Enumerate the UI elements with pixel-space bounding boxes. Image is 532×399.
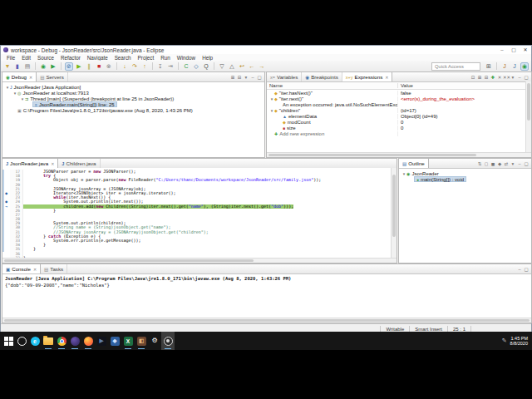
close-button[interactable]: ✕ [520, 46, 531, 54]
edge-icon[interactable]: e [28, 332, 42, 350]
start-button[interactable] [2, 332, 15, 350]
menu-file[interactable]: File [3, 55, 18, 61]
view-menu-icon[interactable]: ▾ [510, 75, 516, 80]
settings-gear-icon[interactable]: ⚙ [148, 332, 161, 350]
javaee-perspective-icon[interactable]: J [500, 62, 509, 71]
hide-fields-icon[interactable]: ◻ [483, 161, 490, 166]
back-icon[interactable]: ← [248, 62, 256, 71]
tab-servers[interactable]: ▤ Servers [37, 72, 68, 81]
hide-static-members-icon[interactable]: ◼ [490, 161, 496, 166]
step-into-icon[interactable]: ↓ [121, 62, 129, 71]
close-tab-icon[interactable]: ✕ [51, 161, 54, 166]
expression-row[interactable]: ◆modCount0 [267, 119, 531, 125]
tab-tasks[interactable]: ▤ Tasks [41, 264, 67, 273]
close-tab-icon[interactable]: ✕ [385, 75, 388, 80]
menu-navigate[interactable]: Navigate [84, 55, 111, 61]
expression-row[interactable]: An exception occurred: java.util.NoSuchE… [267, 101, 531, 107]
forward-icon[interactable]: → [258, 62, 266, 71]
eclipse-icon[interactable] [68, 332, 81, 350]
close-tab-icon[interactable]: ✕ [29, 75, 32, 80]
expressions-vertical-scrollbar[interactable] [525, 81, 531, 152]
expression-row[interactable]: ▾◆"children"(id=17) [267, 107, 531, 113]
suspend-icon[interactable]: ∥ [85, 62, 93, 71]
debug-tree-row[interactable]: ▾⇉Thread [main] (Suspended (breakpoint a… [2, 96, 264, 101]
maximize-icon[interactable]: ▢ [523, 75, 530, 80]
expression-row[interactable]: ◆"iter.hasNext()"false [267, 90, 531, 96]
editor-vertical-scrollbar[interactable] [391, 168, 397, 258]
minimize-button[interactable]: – [496, 46, 508, 54]
tab-debug[interactable]: ◉ Debug ✕ [2, 72, 37, 81]
minimize-icon[interactable]: – [249, 75, 256, 80]
save-icon[interactable]: ▮ [13, 62, 22, 71]
expression-row[interactable]: ■size0 [267, 125, 531, 131]
obs-icon[interactable] [161, 332, 175, 350]
chrome-icon[interactable] [55, 332, 68, 350]
use-step-filters-icon[interactable]: ⇥ [166, 62, 175, 71]
remove-expression-icon[interactable]: ✕ [496, 75, 503, 80]
expression-row[interactable]: ▲elementDataObject[0] (id=49) [267, 113, 531, 119]
console-output[interactable]: {"dob":"09-09-2008","name":"Nicholas"} [2, 281, 531, 288]
editor-horizontal-scrollbar[interactable] [2, 258, 397, 263]
expressions-horizontal-scrollbar[interactable] [267, 152, 531, 157]
open-perspective-icon[interactable]: ⊞ [485, 62, 493, 71]
view-menu-icon[interactable]: ▾ [243, 75, 249, 80]
view-menu-icon[interactable]: ▾ [510, 161, 516, 166]
debug-icon[interactable]: ◉ [39, 62, 47, 71]
console-horizontal-scrollbar[interactable] [2, 318, 531, 323]
view-layout-icon[interactable]: ⊞ [229, 75, 236, 80]
column-name[interactable]: Name [267, 83, 398, 88]
search-icon[interactable]: Q [202, 62, 210, 71]
expression-row[interactable]: ✚Add new expression [267, 131, 531, 136]
link-with-editor-icon[interactable]: ⇄ [503, 161, 510, 166]
resume-icon[interactable]: ▶ [75, 62, 83, 71]
maximize-icon[interactable]: ▢ [523, 267, 530, 272]
menu-project[interactable]: Project [135, 55, 158, 61]
next-annotation-icon[interactable]: ▽ [218, 62, 226, 71]
debug-tree-row[interactable]: ≡JsonReader.main(String[]) line: 25 [2, 101, 264, 107]
tab-breakpoints[interactable]: ◉ Breakpoints [302, 72, 342, 81]
tab-variables[interactable]: x= Variables [267, 72, 302, 81]
open-type-icon[interactable]: ◇ [192, 62, 200, 71]
expression-row[interactable]: ▾◆"iter.next()"<error(s)_during_the_eval… [267, 96, 531, 101]
collapse-all-icon[interactable]: ⊟ [236, 75, 243, 80]
tab-expressions[interactable]: x+y Expressions ✕ [342, 72, 393, 81]
disconnect-icon[interactable]: ⊗ [105, 62, 113, 71]
debug-tree-row[interactable]: ▣C:\Program Files\Java\jre1.8.0_171\bin\… [2, 107, 264, 113]
maximize-icon[interactable]: ▢ [256, 75, 263, 80]
remove-all-expressions-icon[interactable]: ✕✕ [503, 75, 510, 80]
media-app-icon[interactable]: ◧ [135, 332, 148, 350]
hide-non-public-icon[interactable]: ◆ [496, 161, 503, 166]
tab-outline[interactable]: ▤ Outline [399, 159, 429, 168]
minimize-icon[interactable]: – [516, 267, 523, 272]
run-icon[interactable]: ▶ [49, 62, 57, 71]
firefox-icon[interactable] [81, 332, 95, 350]
debug-tree-row[interactable]: ▾◎JsonReader at localhost:7913 [2, 90, 264, 96]
taskbar-clock[interactable]: 1:45 PM 8/8/2020 [510, 336, 528, 347]
show-logical-structure-icon[interactable]: ⊞ [476, 75, 483, 80]
cortana-button[interactable] [15, 332, 28, 350]
pen-tray-icon[interactable]: ✎ [502, 337, 507, 344]
close-tab-icon[interactable]: ✕ [33, 267, 37, 272]
new-wizard-icon[interactable]: ▼ [3, 62, 12, 71]
menu-search[interactable]: Search [111, 55, 135, 61]
maximize-button[interactable]: ▢ [508, 46, 520, 54]
code-editor[interactable]: 17 JSONParser parser = new JSONParser();… [2, 168, 391, 258]
show-types-icon[interactable]: ⊡ [470, 75, 476, 80]
blue-app-icon[interactable]: ◆ [108, 332, 121, 350]
quick-access-input[interactable]: Quick Access [431, 62, 480, 71]
print-icon[interactable]: ▤ [23, 62, 32, 71]
last-edit-location-icon[interactable]: ↩ [238, 62, 246, 71]
outline-item[interactable]: ▾◉JsonReader [399, 170, 531, 176]
tab-jsonreader-java[interactable]: J JsonReader.java ✕ [2, 159, 58, 168]
column-value[interactable]: Value [398, 83, 531, 88]
terminate-icon[interactable]: ■ [95, 62, 103, 71]
menu-run[interactable]: Run [157, 55, 174, 61]
drop-to-frame-icon[interactable]: ↧ [156, 62, 165, 71]
dark-app-icon[interactable]: ▶ [95, 332, 108, 350]
file-explorer-icon[interactable] [42, 332, 55, 350]
menu-source[interactable]: Source [34, 55, 57, 61]
minimize-icon[interactable]: – [516, 75, 523, 80]
skip-breakpoints-icon[interactable]: ⊘ [65, 62, 73, 71]
outline-item[interactable]: ●main(String[]) : void [399, 176, 531, 182]
prev-annotation-icon[interactable]: △ [228, 62, 236, 71]
